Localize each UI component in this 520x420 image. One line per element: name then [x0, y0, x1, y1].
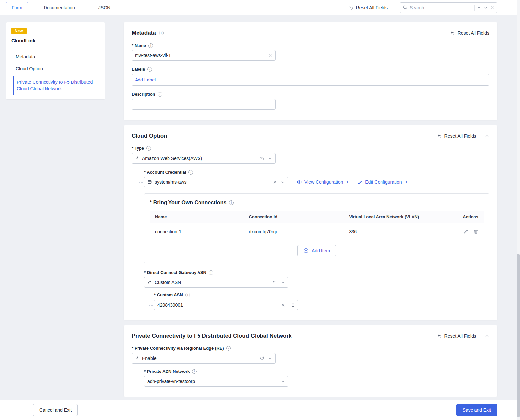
labels-input[interactable]: [135, 77, 486, 82]
stepper-up-icon[interactable]: [291, 303, 295, 305]
chevron-down-icon[interactable]: [281, 180, 285, 184]
tab-json[interactable]: JSON: [91, 2, 118, 13]
view-tabs: Form Documentation JSON: [6, 2, 118, 13]
row-name: connection-1: [155, 229, 249, 234]
edit-row-icon[interactable]: [464, 229, 469, 234]
clear-icon[interactable]: [273, 180, 277, 184]
scrollbar-thumb[interactable]: [517, 254, 520, 417]
undo-icon: [349, 5, 353, 10]
re-select[interactable]: Enable: [132, 353, 276, 364]
dcg-asn-children: * Custom ASN: [154, 292, 489, 310]
chevron-down-icon[interactable]: [281, 379, 285, 384]
type-select[interactable]: Amazon Web Services(AWS): [132, 153, 276, 164]
cloud-option-title: Cloud Option: [132, 133, 167, 139]
custom-asn-input[interactable]: [157, 302, 278, 307]
name-input[interactable]: [135, 53, 265, 58]
scrollbar-track[interactable]: [517, 0, 520, 420]
info-icon: [226, 346, 231, 351]
search-icon: [403, 5, 408, 10]
selector-icon: [147, 280, 152, 285]
save-and-exit-button[interactable]: Save and Exit: [456, 404, 497, 416]
dcg-asn-field: * Direct Connect Gateway ASN Custom ASN: [144, 270, 489, 310]
collapse-icon[interactable]: [485, 334, 489, 338]
cancel-and-exit-button[interactable]: Cancel and Exit: [33, 404, 78, 416]
clear-icon[interactable]: [268, 53, 272, 58]
reset-label: Reset All Fields: [458, 30, 489, 36]
dcg-asn-value: Custom ASN: [155, 280, 270, 285]
adn-value: adn-private-vn-testcorp: [147, 379, 278, 384]
reset-all-fields-top[interactable]: Reset All Fields: [349, 5, 388, 10]
metadata-reset-all-fields[interactable]: Reset All Fields: [450, 30, 489, 36]
undo-icon[interactable]: [272, 280, 277, 285]
collapse-icon[interactable]: [485, 134, 489, 138]
dcg-asn-select[interactable]: Custom ASN: [144, 277, 288, 288]
chevron-down-icon[interactable]: [268, 156, 272, 161]
clear-icon[interactable]: [281, 303, 285, 307]
re-value: Enable: [142, 356, 257, 361]
selector-icon: [135, 356, 139, 361]
byoc-table: Name Connection Id Virtual Local Area Ne…: [150, 211, 484, 258]
info-icon: [185, 293, 190, 297]
search-prev-icon[interactable]: [477, 5, 481, 10]
number-stepper[interactable]: [289, 303, 295, 307]
info-icon: [158, 92, 162, 97]
description-input[interactable]: [135, 102, 272, 107]
re-field: * Private Connectivity via Regional Edge…: [132, 346, 489, 387]
add-item-button[interactable]: Add Item: [297, 245, 336, 256]
account-credential-value: system/ms-aws: [155, 179, 270, 185]
new-badge: New: [11, 28, 27, 34]
metadata-section: Metadata Reset All Fields * Name: [124, 22, 497, 120]
undo-icon[interactable]: [260, 156, 264, 161]
view-configuration-link[interactable]: View Configuration: [297, 179, 349, 185]
page: Form Documentation JSON Reset All Fields…: [0, 0, 520, 420]
adn-field: * Private ADN Network adn-private-vn-tes…: [144, 369, 489, 387]
search-next-icon[interactable]: [483, 5, 488, 10]
metadata-title: Metadata: [132, 30, 156, 36]
sidebar-item-metadata[interactable]: Metadata: [6, 51, 105, 63]
custom-asn-field: * Custom ASN: [154, 292, 489, 310]
selector-icon: [135, 156, 139, 161]
col-connection-id: Connection Id: [249, 214, 349, 219]
undo-icon: [437, 134, 442, 139]
sidebar-nav: Metadata Cloud Option Private Connectivi…: [6, 48, 105, 95]
reset-label: Reset All Fields: [444, 333, 476, 339]
sidebar-item-private-connectivity[interactable]: Private Connectivity to F5 Distributed C…: [13, 76, 105, 95]
col-actions: Actions: [453, 214, 478, 219]
edit-icon: [358, 180, 363, 185]
private-connectivity-section: Private Connectivity to F5 Distributed C…: [124, 325, 497, 397]
eye-icon: [297, 179, 302, 185]
row-vlan: 336: [349, 229, 453, 234]
metadata-title-row: Metadata: [132, 30, 164, 36]
chevron-down-icon[interactable]: [268, 356, 272, 361]
private-connectivity-reset-all-fields[interactable]: Reset All Fields: [437, 333, 476, 339]
account-credential-select[interactable]: system/ms-aws: [144, 177, 288, 187]
search-input[interactable]: [410, 5, 473, 10]
delete-row-icon[interactable]: [474, 229, 478, 234]
sidebar: New CloudLink Metadata Cloud Option Priv…: [6, 22, 105, 99]
stepper-down-icon[interactable]: [291, 305, 295, 307]
add-item-label: Add Item: [312, 248, 330, 253]
sidebar-item-cloud-option[interactable]: Cloud Option: [6, 63, 105, 75]
col-name: Name: [155, 214, 249, 219]
custom-asn-input-wrap: [154, 300, 298, 310]
object-icon: [147, 180, 152, 184]
content: New CloudLink Metadata Cloud Option Priv…: [0, 15, 520, 420]
byoc-title: * Bring Your Own Connections: [150, 200, 226, 206]
private-connectivity-title: Private Connectivity to F5 Distributed C…: [132, 333, 292, 339]
adn-select[interactable]: adn-private-vn-testcorp: [144, 376, 288, 387]
tab-form[interactable]: Form: [6, 2, 28, 13]
type-field: * Type Amazon Web Services(AWS): [132, 146, 489, 164]
chevron-down-icon[interactable]: [281, 280, 285, 285]
search-box: [400, 2, 497, 13]
info-icon: [159, 31, 164, 35]
plus-circle-icon: [303, 248, 309, 253]
dcg-asn-label: * Direct Connect Gateway ASN: [144, 270, 206, 275]
cloud-option-reset-all-fields[interactable]: Reset All Fields: [437, 133, 476, 139]
tab-documentation[interactable]: Documentation: [28, 2, 91, 13]
name-field: * Name: [132, 43, 489, 61]
search-close-icon[interactable]: [490, 5, 494, 10]
name-input-wrap: [132, 50, 276, 61]
edit-configuration-link[interactable]: Edit Configuration: [358, 179, 408, 185]
description-field: Description: [132, 92, 489, 110]
refresh-icon[interactable]: [260, 356, 264, 361]
